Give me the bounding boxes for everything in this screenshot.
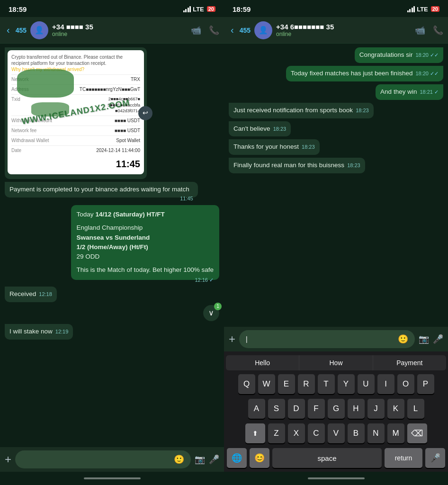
binance-amount-value: ■■■■ USDT <box>115 117 140 124</box>
left-home-bar <box>84 477 141 479</box>
right-home-indicator <box>224 472 448 485</box>
key-i[interactable]: I <box>377 374 394 394</box>
key-b[interactable]: B <box>348 423 365 443</box>
cant-believe-time: 18:23 <box>273 126 287 133</box>
keyboard[interactable]: Hello How Payment Q W E R T Y U I O P A … <box>224 351 448 472</box>
return-key[interactable]: return <box>385 448 422 468</box>
match-message: Today 14/12 (Saturday) HT/FT England Cha… <box>71 205 219 284</box>
key-p[interactable]: P <box>417 374 434 394</box>
congrats-bubble: Congratulations sir 18:20 ✓✓ <box>355 47 443 63</box>
right-add-attachment-button[interactable]: + <box>229 332 235 346</box>
key-f[interactable]: F <box>308 399 325 419</box>
left-home-indicator <box>0 472 224 485</box>
key-u[interactable]: U <box>358 374 375 394</box>
right-mic-button[interactable]: 🎤 <box>433 334 443 344</box>
left-camera-button[interactable]: 📷 <box>195 454 205 465</box>
key-o[interactable]: O <box>397 374 414 394</box>
right-camera-button[interactable]: 📷 <box>419 334 429 344</box>
key-h[interactable]: H <box>348 399 365 419</box>
binance-fee-label: Network fee <box>11 127 36 134</box>
binance-wallet-label: Withdrawal Wallet <box>11 137 49 144</box>
binance-fee-row: Network fee ■■■■ USDT <box>11 126 140 135</box>
key-y[interactable]: Y <box>338 374 355 394</box>
congrats-time: 18:20 ✓✓ <box>415 52 439 59</box>
thanks-time: 18:23 <box>302 144 315 151</box>
key-e[interactable]: E <box>278 374 295 394</box>
left-lte-badge: 20 <box>207 6 215 12</box>
left-mic-button[interactable]: 🎤 <box>209 454 219 465</box>
binance-date-label: Date <box>11 147 21 154</box>
key-t[interactable]: T <box>318 374 335 394</box>
left-avatar: 👤 <box>30 21 48 39</box>
key-v[interactable]: V <box>328 423 345 443</box>
stake-text: I will stake now <box>9 328 53 335</box>
left-time: 18:59 <box>9 5 27 13</box>
left-add-attachment-button[interactable]: + <box>5 453 11 466</box>
phone-call-icon[interactable]: 📞 <box>209 25 219 36</box>
key-a[interactable]: A <box>248 399 265 419</box>
notification-message: Just received notification from sports b… <box>229 103 374 118</box>
suggestion-payment[interactable]: Payment <box>373 355 446 370</box>
video-call-icon[interactable]: 📹 <box>191 25 201 36</box>
left-status-bar: 18:59 LTE 20 <box>0 0 224 17</box>
key-z[interactable]: Z <box>268 423 285 443</box>
key-s[interactable]: S <box>268 399 285 419</box>
mic-bottom-key[interactable]: 🎤 <box>425 448 445 468</box>
left-chat-header: ‹ 455 👤 +34 ■■■■ 35 online 📹 📞 <box>0 17 224 44</box>
scroll-to-bottom-button[interactable]: ∨ 1 <box>203 305 219 321</box>
keyboard-row-2: A S D F G H J K L <box>226 399 446 419</box>
left-back-count[interactable]: 455 <box>16 27 27 34</box>
key-n[interactable]: N <box>367 423 385 443</box>
right-header-icons: 📹 📞 <box>415 25 443 36</box>
fixed-matches-bubble: Today fixed matches has just been finish… <box>286 66 443 81</box>
suggestion-hello[interactable]: Hello <box>226 355 299 370</box>
right-status-bar: 18:59 LTE 20 <box>224 0 448 17</box>
right-back-count[interactable]: 455 <box>240 27 251 34</box>
shift-key[interactable]: ⬆ <box>245 423 265 443</box>
key-d[interactable]: D <box>288 399 305 419</box>
right-chat-body[interactable]: Congratulations sir 18:20 ✓✓ Today fixed… <box>224 44 448 327</box>
suggestion-how[interactable]: How <box>299 355 373 370</box>
left-message-input-field[interactable]: 🙂 <box>15 450 191 468</box>
right-contact-info: +34 6■■■■■■■ 35 online <box>276 23 411 37</box>
match-time: 12:16 ✓ <box>195 276 214 284</box>
match-date-line: Today 14/12 (Saturday) HT/FT <box>77 210 214 219</box>
payment-message: Payment is completed to your binance add… <box>5 182 198 202</box>
key-w[interactable]: W <box>258 374 275 394</box>
left-back-button[interactable]: ‹ <box>5 25 12 36</box>
key-q[interactable]: Q <box>238 374 255 394</box>
key-j[interactable]: J <box>367 399 385 419</box>
delete-key[interactable]: ⌫ <box>407 423 427 443</box>
key-x[interactable]: X <box>288 423 305 443</box>
globe-key[interactable]: 🌐 <box>227 448 247 468</box>
binance-fee-value: ■■■■ USDT <box>115 127 140 134</box>
key-l[interactable]: L <box>407 399 424 419</box>
right-contact-name: +34 6■■■■■■■ 35 <box>276 23 411 31</box>
received-message: Received 12:18 <box>5 287 57 302</box>
right-back-button[interactable]: ‹ <box>229 25 236 36</box>
right-message-input[interactable]: | <box>246 335 395 343</box>
right-video-call-icon[interactable]: 📹 <box>415 25 425 36</box>
right-phone-call-icon[interactable]: 📞 <box>433 25 443 36</box>
congrats-message: Congratulations sir 18:20 ✓✓ <box>355 47 443 63</box>
left-emoji-button[interactable]: 🙂 <box>174 454 184 465</box>
they-win-bubble: And they win 18:21 ✓ <box>376 84 443 100</box>
left-header-icons: 📹 📞 <box>191 25 219 36</box>
key-r[interactable]: R <box>298 374 315 394</box>
key-c[interactable]: C <box>308 423 325 443</box>
key-g[interactable]: G <box>328 399 345 419</box>
unread-badge: 1 <box>214 303 222 310</box>
emoji-key[interactable]: 😊 <box>250 448 269 468</box>
binance-wallet-value: Spot Wallet <box>116 137 140 144</box>
key-m[interactable]: M <box>387 423 404 443</box>
they-win-message: And they win 18:21 ✓ <box>376 84 443 100</box>
left-contact-name: +34 ■■■■ 35 <box>52 23 187 31</box>
left-chat-body[interactable]: WWW.ICELAND1X2.COM Crypto transferred ou… <box>0 44 224 447</box>
right-message-input-field[interactable]: | 🙂 <box>239 330 415 348</box>
right-emoji-button[interactable]: 🙂 <box>398 334 408 344</box>
congrats-text: Congratulations sir <box>359 51 413 58</box>
left-status-right: LTE 20 <box>183 6 215 13</box>
forward-button[interactable]: ↩ <box>138 106 152 120</box>
space-key[interactable]: space <box>272 448 382 468</box>
key-k[interactable]: K <box>387 399 404 419</box>
